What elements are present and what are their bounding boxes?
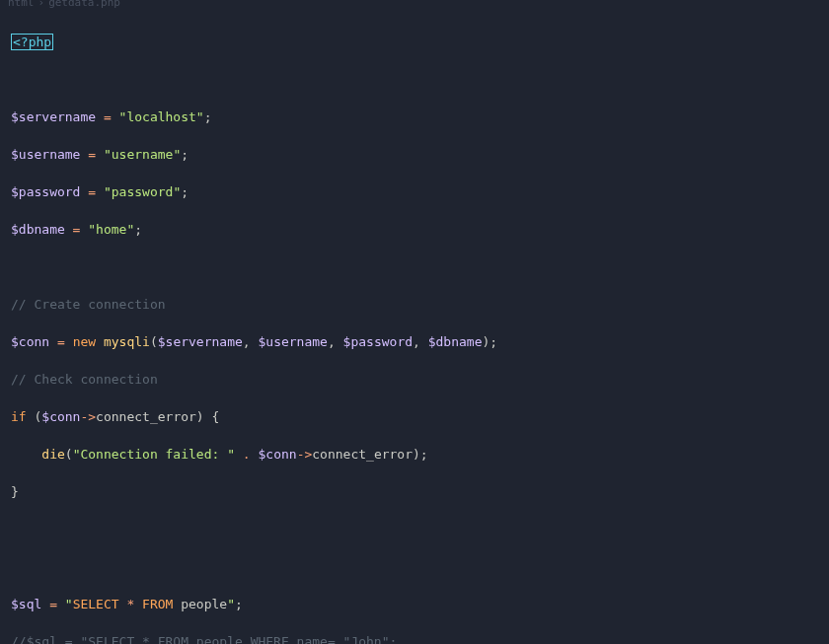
breadcrumb-seg: html bbox=[8, 0, 35, 12]
php-open-tag: <?php bbox=[11, 34, 53, 50]
breadcrumb: html › getdata.php bbox=[0, 0, 829, 4]
code-line: $sql = "SELECT * FROM people"; bbox=[11, 595, 818, 613]
code-line: // Create connection bbox=[11, 295, 818, 314]
code-line: // Check connection bbox=[11, 370, 818, 389]
code-line: $conn = new mysqli($servername, $usernam… bbox=[11, 332, 818, 351]
code-editor[interactable]: <?php $servername = "localhost"; $userna… bbox=[0, 4, 829, 644]
code-line: $servername = "localhost"; bbox=[11, 107, 818, 126]
chevron-right-icon: › bbox=[38, 0, 45, 12]
code-line: //$sql = "SELECT * FROM people WHERE nam… bbox=[11, 632, 818, 644]
code-line: } bbox=[11, 482, 818, 501]
code-line: if ($conn->connect_error) { bbox=[11, 407, 818, 426]
code-line: $dbname = "home"; bbox=[11, 220, 818, 239]
code-line: $username = "username"; bbox=[11, 145, 818, 164]
code-line: die("Connection failed: " . $conn->conne… bbox=[11, 445, 818, 464]
code-line: $password = "password"; bbox=[11, 182, 818, 201]
breadcrumb-seg: getdata.php bbox=[48, 0, 120, 12]
code-line: <?php bbox=[11, 33, 818, 51]
